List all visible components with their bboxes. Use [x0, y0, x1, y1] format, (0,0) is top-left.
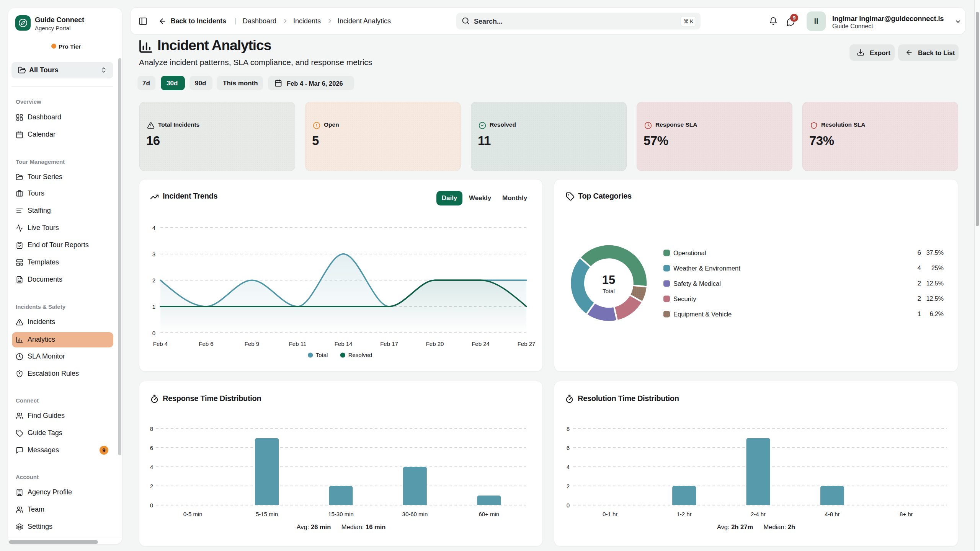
svg-text:2-4 hr: 2-4 hr: [751, 511, 766, 517]
svg-text:30-60 min: 30-60 min: [402, 511, 428, 517]
svg-text:Weather & Environment: Weather & Environment: [673, 265, 740, 272]
svg-text:4-8 hr: 4-8 hr: [825, 511, 840, 517]
svg-text:Resolved: Resolved: [348, 352, 372, 358]
svg-text:1: 1: [918, 310, 921, 318]
svg-text:Feb 4: Feb 4: [153, 341, 168, 347]
svg-text:Feb 27: Feb 27: [518, 341, 536, 347]
svg-text:5-15 min: 5-15 min: [256, 511, 278, 517]
svg-text:2: 2: [918, 295, 921, 302]
svg-text:Feb 6: Feb 6: [199, 341, 213, 347]
svg-text:12.5%: 12.5%: [926, 295, 944, 302]
svg-text:0: 0: [567, 502, 570, 509]
svg-text:4: 4: [150, 464, 153, 470]
svg-text:8: 8: [150, 425, 153, 432]
svg-text:Total: Total: [603, 288, 615, 294]
svg-text:2: 2: [150, 483, 153, 489]
svg-text:15: 15: [602, 273, 615, 287]
svg-text:6: 6: [918, 249, 921, 256]
svg-text:15-30 min: 15-30 min: [328, 511, 354, 517]
svg-text:Feb 17: Feb 17: [380, 341, 398, 347]
svg-text:Operational: Operational: [673, 249, 706, 256]
svg-text:8+ hr: 8+ hr: [900, 511, 913, 517]
svg-text:Feb 9: Feb 9: [245, 341, 259, 347]
svg-text:0: 0: [150, 502, 153, 509]
svg-text:37.5%: 37.5%: [926, 249, 944, 256]
svg-text:0-5 min: 0-5 min: [183, 511, 203, 517]
svg-text:Feb 14: Feb 14: [335, 341, 353, 347]
svg-text:6.2%: 6.2%: [930, 311, 944, 317]
svg-text:Avg: 26 min Median: 16 mi: Avg: 26 min Median: 16 min: [297, 523, 386, 530]
svg-text:4: 4: [567, 464, 570, 470]
svg-text:2: 2: [918, 280, 921, 287]
svg-text:Total: Total: [316, 352, 328, 358]
svg-text:0-1 hr: 0-1 hr: [603, 511, 617, 517]
svg-text:6: 6: [567, 445, 570, 451]
svg-text:Equipment & Vehicle: Equipment & Vehicle: [673, 311, 732, 318]
svg-text:1: 1: [152, 303, 155, 310]
svg-text:1-2 hr: 1-2 hr: [677, 511, 692, 517]
svg-text:Feb 11: Feb 11: [289, 341, 307, 347]
svg-text:Safety & Medical: Safety & Medical: [673, 280, 721, 287]
svg-text:Security: Security: [673, 295, 696, 302]
svg-text:2: 2: [567, 483, 570, 489]
svg-text:2: 2: [152, 277, 155, 284]
svg-text:Feb 20: Feb 20: [426, 341, 444, 347]
svg-text:60+ min: 60+ min: [479, 511, 499, 517]
svg-text:Avg: 2h 27m Median: 2h: Avg: 2h 27m Median: 2h: [717, 523, 795, 530]
svg-text:6: 6: [150, 445, 153, 451]
svg-text:8: 8: [567, 425, 570, 432]
svg-text:12.5%: 12.5%: [926, 280, 944, 287]
svg-text:4: 4: [152, 225, 155, 231]
svg-text:3: 3: [152, 251, 155, 258]
svg-text:Feb 24: Feb 24: [472, 341, 490, 347]
svg-text:25%: 25%: [931, 265, 944, 271]
svg-text:0: 0: [152, 330, 155, 336]
svg-text:4: 4: [918, 264, 921, 272]
